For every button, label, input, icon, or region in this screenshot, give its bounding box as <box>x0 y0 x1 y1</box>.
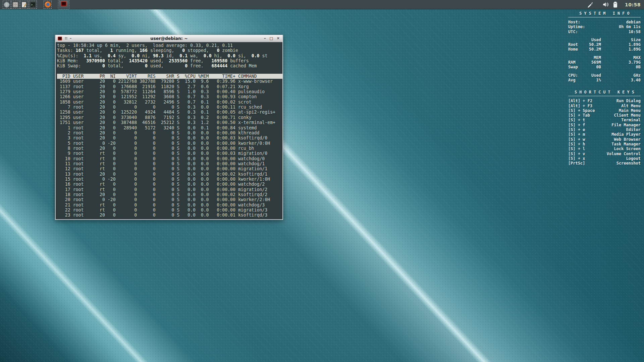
active-task-button[interactable] <box>58 0 69 9</box>
top-summary-line: KiB Mem: 3970980 total, 1435420 used, 25… <box>57 58 282 63</box>
shortcut-key-row: [S] + tTerminal <box>568 118 641 122</box>
process-row: 1137 root 20 0 176688 21916 11820 S 2.7 … <box>57 84 282 89</box>
process-row: 2 root 20 0 0 0 0 S 0.0 0.0 0:00.00 kthr… <box>57 130 282 135</box>
process-row: 23 root 20 0 0 0 0 S 0.0 0.0 0:00.01 kso… <box>57 213 282 218</box>
terminal-titlebar[interactable]: ∷ – user@debian: ~ – □ ✕ <box>56 35 282 42</box>
svg-text:>_: >_ <box>31 3 35 6</box>
shortcut-key-row: [Alt] + F2Run Dialog <box>568 99 641 103</box>
shortcut-keys-title: SHORTCUT KEYS <box>568 90 641 95</box>
desktop: >_ 10:58 <box>0 0 644 362</box>
shortcut-key-row: [S] + lLock Screen <box>568 146 641 151</box>
system-info-row: Avg1%3.40 <box>568 78 641 82</box>
terminal-icon[interactable]: >_ <box>29 1 37 8</box>
process-row: 20 root 0 -20 0 0 0 S 0.0 0.0 0:00.00 kw… <box>57 197 282 202</box>
process-row: 21 root rt 0 0 0 0 S 0.0 0.0 0:00.00 wat… <box>57 202 282 207</box>
process-row: 17 root rt 0 0 0 0 S 0.0 0.0 0:00.00 mig… <box>57 187 282 192</box>
shortcut-key-row: [S] + mMedia Player <box>568 132 641 137</box>
spacer <box>568 34 641 38</box>
system-info-row: Swap0B0B <box>568 65 641 69</box>
minimize-button[interactable]: – <box>264 37 266 40</box>
system-info-row: Host:debian <box>568 20 641 24</box>
stylus-icon[interactable] <box>587 1 593 8</box>
process-row: 22 root rt 0 0 0 0 S 0.0 0.0 0:00.00 mig… <box>57 207 282 213</box>
panel-clock[interactable]: 10:58 <box>625 2 641 7</box>
shortcut-key-row: [S] + SpaceMain Menu <box>568 108 641 113</box>
system-info-row: Uptime:0h 6m 11s <box>568 24 641 29</box>
shortcut-key-row: [S] + wWeb Browser <box>568 137 641 142</box>
process-row: 18 root 20 0 0 0 0 S 0.0 0.0 0:00.02 kso… <box>57 192 282 197</box>
top-summary-line: top - 10:58:34 up 6 min, 2 users, load a… <box>57 43 282 48</box>
process-row: 1751 user 20 0 387488 46516 25212 S 0.3 … <box>57 120 282 125</box>
process-row: 1279 user 20 0 578772 11264 8596 S 1.0 0… <box>57 89 282 94</box>
system-info-row: Home50.2M1.89G <box>568 47 641 52</box>
spacer <box>568 52 641 55</box>
process-row: 1858 user 20 0 32812 2732 2496 S 0.7 0.1… <box>57 100 282 105</box>
top-summary-line: Tasks: 167 total, 1 running, 166 sleepin… <box>57 48 282 53</box>
process-row: 8 root 20 0 0 0 0 S 0.0 0.0 0:00.00 rcu_… <box>57 146 282 151</box>
process-row: 1609 user 20 0 2212768 382788 79280 S 15… <box>57 79 282 84</box>
process-row: 10 root rt 0 0 0 0 S 0.0 0.0 0:00.00 wat… <box>57 156 282 161</box>
system-info-row: CPU:UsedGHz <box>568 73 641 78</box>
shortcut-key-row: [S] + hTask Manager <box>568 142 641 146</box>
text-editor-icon[interactable] <box>20 1 28 8</box>
system-info-row: UsedSize <box>568 38 641 42</box>
system-tray: 10:58 <box>587 0 644 9</box>
shortcut-keys-divider <box>568 96 641 96</box>
maximize-button[interactable]: □ <box>269 37 273 40</box>
blank-line <box>57 69 282 74</box>
shortcut-key-row: [Alt] + F3Alt Menu <box>568 104 641 108</box>
battery-icon[interactable] <box>612 1 618 8</box>
process-row: 5 root 0 -20 0 0 0 S 0.0 0.0 0:00.00 kwo… <box>57 141 282 146</box>
process-row: 3 root 20 0 0 0 0 S 0.0 0.0 0:00.03 ksof… <box>57 135 282 140</box>
terminal-output[interactable]: top - 10:58:34 up 6 min, 2 users, load a… <box>56 42 282 219</box>
process-row: 1295 user 20 0 373040 8876 7192 S 0.3 0.… <box>57 115 282 120</box>
titlebar-buttons: – □ ✕ <box>264 37 282 40</box>
top-summary-line: %Cpu(s): 1.1 us, 0.4 sy, 0.0 ni, 98.3 id… <box>57 53 282 58</box>
process-row: 7 root 20 0 0 0 0 S 0.3 0.0 0:00.11 rcu_… <box>57 105 282 110</box>
process-row: 15 root 0 -20 0 0 0 S 0.0 0.0 0:00.00 kw… <box>57 177 282 182</box>
file-manager-icon[interactable] <box>12 1 19 8</box>
process-row: 11 root rt 0 0 0 0 S 0.0 0.0 0:00.00 wat… <box>57 161 282 166</box>
process-row: 1266 user 20 0 121952 11292 3608 S 0.7 0… <box>57 94 282 99</box>
process-row: 16 root rt 0 0 0 0 S 0.0 0.0 0:00.00 wat… <box>57 182 282 187</box>
shortcut-key-row: [S] + eEditor <box>568 127 641 132</box>
launcher-area: >_ <box>0 0 69 9</box>
top-summary-line: KiB Swap: 0 total, 0 used, 0 free. 68444… <box>57 63 282 68</box>
process-row: 1 root 20 0 28940 5172 3240 S 0.0 0.1 0:… <box>57 125 282 130</box>
spacer <box>568 70 641 73</box>
globe-icon[interactable] <box>3 1 10 8</box>
system-info-divider <box>568 17 641 17</box>
process-row: 12 root rt 0 0 0 0 S 0.0 0.0 0:00.00 mig… <box>57 166 282 171</box>
system-info-row: Root50.2M1.89G <box>568 42 641 47</box>
close-button[interactable]: ✕ <box>277 37 280 40</box>
system-info-row: UTC:10:58 <box>568 29 641 34</box>
shortcut-key-row: [S] + vVolume Control <box>568 152 641 156</box>
process-table-header: PID USER PR NI VIRT RES SHR S %CPU %MEM … <box>57 74 282 79</box>
system-info-row: RAM569M3.79G <box>568 60 641 65</box>
process-row: 1258 user 20 0 125220 4924 4484 S 0.3 0.… <box>57 110 282 115</box>
process-row: 9 root rt 0 0 0 0 S 0.0 0.0 0:00.03 migr… <box>57 151 282 156</box>
window-title: user@debian: ~ <box>56 36 282 41</box>
conky-widget: SYSTEM INFO Host:debianUptime:0h 6m 11sU… <box>568 11 641 166</box>
shortcut-key-row: [S] + fFile Manager <box>568 123 641 127</box>
firefox-icon[interactable] <box>44 1 51 8</box>
system-info-title: SYSTEM INFO <box>568 11 641 16</box>
terminal-window: ∷ – user@debian: ~ – □ ✕ top - 10:58:34 … <box>55 35 283 220</box>
system-info-row: MEMMAX <box>568 55 641 60</box>
shortcut-keys-rows: [Alt] + F2Run Dialog[Alt] + F3Alt Menu[S… <box>568 99 641 166</box>
shortcut-key-row: [S] + TabClient Menu <box>568 113 641 118</box>
process-row: 13 root 20 0 0 0 0 S 0.0 0.0 0:00.02 kso… <box>57 172 282 177</box>
shortcut-key-row: [S] + xLogout <box>568 156 641 161</box>
system-info-rows: Host:debianUptime:0h 6m 11sUTC:10:58Used… <box>568 20 641 82</box>
volume-icon[interactable] <box>602 1 609 8</box>
shortcut-key-row: [PrtSc]Screenshot <box>568 161 641 166</box>
red-terminal-icon <box>60 1 67 8</box>
top-panel: >_ 10:58 <box>0 0 644 9</box>
